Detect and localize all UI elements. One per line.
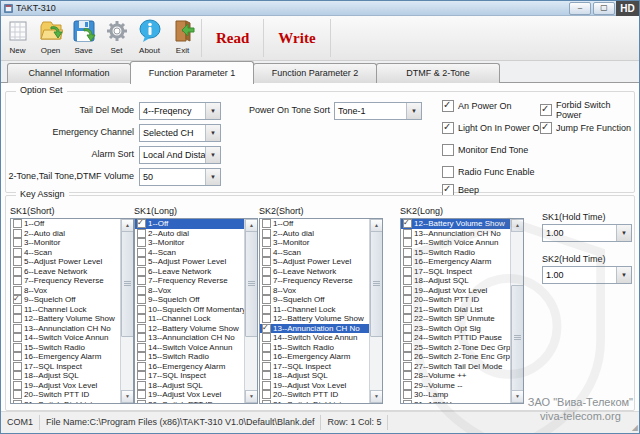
checkbox-monitor-end-tone[interactable]: Monitor End Tone <box>442 144 528 156</box>
key-list-sk1-short-[interactable]: 1--Off2--Auto dial3--Monitor4--Scan5--Ad… <box>10 218 134 404</box>
list-item[interactable]: 8--Vox <box>260 286 370 296</box>
list-item[interactable]: 11--Channel Lock <box>135 314 245 324</box>
list-item[interactable]: 22--Switch SP Unmute <box>401 314 511 324</box>
list-item[interactable]: 27--Switch Tail Del Mode <box>401 362 511 372</box>
list-item[interactable]: 7--Frequency Reverse <box>11 276 121 286</box>
list-item[interactable]: 18--Adjust SQL <box>11 371 121 381</box>
list-item[interactable]: 7--Frequency Reverse <box>260 276 370 286</box>
scroll-down-icon[interactable]: ▼ <box>511 390 524 403</box>
item-checkbox[interactable] <box>13 352 22 361</box>
list-item[interactable]: 13--Annunciation CH No <box>260 324 370 334</box>
item-checkbox[interactable] <box>403 267 412 276</box>
list-item[interactable]: 11--Channel Lock <box>260 305 370 315</box>
scroll-down-icon[interactable]: ▼ <box>370 390 383 403</box>
checkbox-an-power-on[interactable]: An Power On <box>442 100 512 112</box>
item-checkbox[interactable] <box>403 305 412 314</box>
item-checkbox[interactable] <box>137 276 146 285</box>
item-checkbox[interactable] <box>262 381 271 390</box>
item-checkbox[interactable] <box>13 343 22 352</box>
list-item[interactable]: 30--Lamp <box>401 390 511 400</box>
chevron-down-icon[interactable]: ▼ <box>406 103 421 119</box>
item-checkbox[interactable] <box>403 324 412 333</box>
item-checkbox[interactable] <box>13 295 22 304</box>
list-item[interactable]: 17--SQL Inspect <box>11 362 121 372</box>
item-checkbox[interactable] <box>403 295 412 304</box>
item-checkbox[interactable] <box>137 248 146 257</box>
item-checkbox[interactable] <box>13 267 22 276</box>
chevron-down-icon[interactable]: ▼ <box>205 125 220 141</box>
item-checkbox[interactable] <box>137 267 146 276</box>
list-item[interactable]: 4--Scan <box>135 248 245 258</box>
scroll-thumb[interactable] <box>245 231 258 337</box>
tab-function-parameter-1[interactable]: Function Parameter 1 <box>130 61 254 84</box>
list-item[interactable]: 4--Scan <box>260 248 370 258</box>
exit-button[interactable]: Exit <box>166 17 199 59</box>
checkbox-box[interactable] <box>540 104 552 116</box>
scroll-thumb[interactable] <box>370 231 383 337</box>
list-item[interactable]: 14--Switch Voice Annun <box>11 333 121 343</box>
list-item[interactable]: 2--Auto dial <box>135 229 245 239</box>
checkbox-box[interactable] <box>442 100 454 112</box>
list-item[interactable]: 16--Emergency Alarm <box>11 352 121 362</box>
item-checkbox[interactable] <box>403 257 412 266</box>
list-item[interactable]: 14--Switch Voice Annun <box>260 333 370 343</box>
chevron-down-icon[interactable]: ▼ <box>616 267 631 283</box>
item-checkbox[interactable] <box>13 219 22 228</box>
list-item[interactable]: 17--SQL Inspect <box>135 371 245 381</box>
list-item[interactable]: 8--Vox <box>11 286 121 296</box>
list-item[interactable]: 16--Emergency Alarm <box>401 257 511 267</box>
list-item[interactable]: 19--Adjust Vox Level <box>401 286 511 296</box>
scroll-thumb[interactable] <box>121 231 134 337</box>
item-checkbox[interactable] <box>137 238 146 247</box>
list-item[interactable]: 3--Monitor <box>11 238 121 248</box>
list-item[interactable]: 20--Switch PTT ID <box>401 295 511 305</box>
list-item[interactable]: 20--Switch PTT ID <box>135 400 245 405</box>
item-checkbox[interactable] <box>137 352 146 361</box>
item-checkbox[interactable] <box>137 343 146 352</box>
item-checkbox[interactable] <box>262 362 271 371</box>
list-item[interactable]: 21--Switch Dial List <box>11 400 121 405</box>
item-checkbox[interactable] <box>13 371 22 380</box>
item-checkbox[interactable] <box>262 371 271 380</box>
power-on-tone-sort-dropdown[interactable]: Tone-1▼ <box>334 102 422 120</box>
item-checkbox[interactable] <box>403 219 412 228</box>
item-checkbox[interactable] <box>262 238 271 247</box>
checkbox-box[interactable] <box>442 122 454 134</box>
set-button[interactable]: Set <box>100 17 133 59</box>
item-checkbox[interactable] <box>262 324 271 333</box>
item-checkbox[interactable] <box>403 333 412 342</box>
item-checkbox[interactable] <box>403 381 412 390</box>
item-checkbox[interactable] <box>13 229 22 238</box>
list-item[interactable]: 26--Switch 2-Tone Enc Grp <box>401 352 511 362</box>
item-checkbox[interactable] <box>13 276 22 285</box>
item-checkbox[interactable] <box>262 276 271 285</box>
list-item[interactable]: 20--Switch PTT ID <box>260 390 370 400</box>
item-checkbox[interactable] <box>137 314 146 323</box>
minimize-button[interactable]: – <box>569 2 591 15</box>
list-item[interactable]: 20--Switch PTT ID <box>11 390 121 400</box>
item-checkbox[interactable] <box>13 362 22 371</box>
list-item[interactable]: 12--Battery Volume Show <box>11 314 121 324</box>
list-item[interactable]: 18--Adjust SQL <box>260 371 370 381</box>
resize-grip[interactable]: ◢ <box>632 423 638 432</box>
list-item[interactable]: 12--Battery Volume Show <box>260 314 370 324</box>
item-checkbox[interactable] <box>262 343 271 352</box>
list-item[interactable]: 6--Leave Network <box>135 267 245 277</box>
list-item[interactable]: 11--Channel Lock <box>11 305 121 315</box>
item-checkbox[interactable] <box>403 276 412 285</box>
list-item[interactable]: 2--Auto dial <box>260 229 370 239</box>
item-checkbox[interactable] <box>403 371 412 380</box>
checkbox-forbid-switch-power[interactable]: Forbid Switch Power <box>540 100 634 120</box>
list-item[interactable]: 1--Off <box>260 219 370 229</box>
list-item[interactable]: 19--Adjust Vox Level <box>135 390 245 400</box>
item-checkbox[interactable] <box>262 229 271 238</box>
item-checkbox[interactable] <box>13 305 22 314</box>
sk2-hold-time-dropdown[interactable]: 1.00▼ <box>542 266 632 284</box>
list-item[interactable]: 13--Annunciation CH No <box>135 333 245 343</box>
item-checkbox[interactable] <box>262 286 271 295</box>
chevron-down-icon[interactable]: ▼ <box>205 147 220 163</box>
list-item[interactable]: 29--Volume -- <box>401 381 511 391</box>
list-item[interactable]: 6--Leave Network <box>11 267 121 277</box>
list-item[interactable]: 1--Off <box>135 219 245 229</box>
item-checkbox[interactable] <box>262 257 271 266</box>
